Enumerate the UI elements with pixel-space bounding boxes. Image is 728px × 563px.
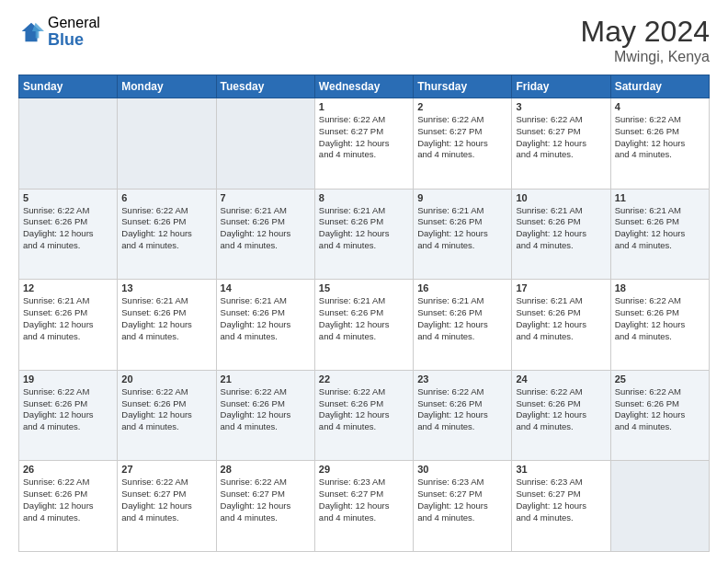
day-info: Sunrise: 6:22 AMSunset: 6:27 PMDaylight:… (319, 114, 409, 161)
day-cell: 16Sunrise: 6:21 AMSunset: 6:26 PMDayligh… (414, 280, 512, 371)
day-number: 23 (417, 373, 507, 385)
day-number: 13 (121, 282, 211, 293)
day-cell: 23Sunrise: 6:22 AMSunset: 6:26 PMDayligh… (414, 370, 512, 461)
day-number: 1 (319, 101, 409, 112)
day-info: Sunrise: 6:22 AMSunset: 6:26 PMDaylight:… (615, 295, 705, 342)
day-info: Sunrise: 6:22 AMSunset: 6:26 PMDaylight:… (615, 386, 705, 433)
logo: GeneralBlue (18, 15, 100, 49)
day-number: 28 (221, 464, 311, 475)
day-cell: 5Sunrise: 6:22 AMSunset: 6:26 PMDaylight… (19, 189, 118, 280)
day-number: 4 (615, 101, 705, 112)
day-info: Sunrise: 6:22 AMSunset: 6:27 PMDaylight:… (221, 477, 311, 523)
day-number: 9 (417, 192, 507, 203)
day-number: 2 (417, 101, 507, 112)
day-info: Sunrise: 6:22 AMSunset: 6:26 PMDaylight:… (121, 205, 211, 252)
day-number: 22 (319, 373, 409, 385)
day-cell: 15Sunrise: 6:21 AMSunset: 6:26 PMDayligh… (314, 280, 413, 371)
day-number: 20 (121, 373, 211, 385)
day-cell: 31Sunrise: 6:23 AMSunset: 6:27 PMDayligh… (512, 461, 610, 552)
day-cell: 26Sunrise: 6:22 AMSunset: 6:26 PMDayligh… (19, 461, 118, 552)
day-info: Sunrise: 6:23 AMSunset: 6:27 PMDaylight:… (417, 477, 507, 523)
day-number: 27 (121, 464, 211, 475)
day-info: Sunrise: 6:21 AMSunset: 6:26 PMDaylight:… (417, 205, 507, 252)
day-info: Sunrise: 6:21 AMSunset: 6:26 PMDaylight:… (319, 205, 409, 252)
day-info: Sunrise: 6:21 AMSunset: 6:26 PMDaylight:… (23, 295, 113, 342)
day-info: Sunrise: 6:22 AMSunset: 6:26 PMDaylight:… (615, 114, 705, 161)
day-cell: 25Sunrise: 6:22 AMSunset: 6:26 PMDayligh… (610, 370, 709, 461)
page: GeneralBlue May 2024 Mwingi, Kenya Sunda… (0, 0, 728, 563)
day-cell: 8Sunrise: 6:21 AMSunset: 6:26 PMDaylight… (314, 189, 413, 280)
day-number: 7 (221, 192, 311, 203)
day-info: Sunrise: 6:22 AMSunset: 6:26 PMDaylight:… (23, 205, 113, 252)
day-cell: 7Sunrise: 6:21 AMSunset: 6:26 PMDaylight… (216, 189, 314, 280)
day-number: 15 (319, 282, 409, 293)
day-info: Sunrise: 6:21 AMSunset: 6:26 PMDaylight:… (221, 295, 311, 342)
day-cell: 18Sunrise: 6:22 AMSunset: 6:26 PMDayligh… (610, 280, 709, 371)
day-info: Sunrise: 6:22 AMSunset: 6:26 PMDaylight:… (23, 477, 113, 523)
day-cell: 22Sunrise: 6:22 AMSunset: 6:26 PMDayligh… (314, 370, 413, 461)
day-number: 18 (615, 282, 705, 293)
day-cell: 13Sunrise: 6:21 AMSunset: 6:26 PMDayligh… (118, 280, 216, 371)
day-info: Sunrise: 6:21 AMSunset: 6:26 PMDaylight:… (121, 295, 211, 342)
logo-blue: Blue (48, 31, 100, 50)
day-cell: 11Sunrise: 6:21 AMSunset: 6:26 PMDayligh… (610, 189, 709, 280)
day-cell: 21Sunrise: 6:22 AMSunset: 6:26 PMDayligh… (216, 370, 314, 461)
day-cell (118, 98, 216, 190)
day-cell: 30Sunrise: 6:23 AMSunset: 6:27 PMDayligh… (414, 461, 512, 552)
day-cell: 12Sunrise: 6:21 AMSunset: 6:26 PMDayligh… (19, 280, 118, 371)
day-cell: 4Sunrise: 6:22 AMSunset: 6:26 PMDaylight… (610, 98, 709, 190)
day-cell: 20Sunrise: 6:22 AMSunset: 6:26 PMDayligh… (118, 370, 216, 461)
day-number: 8 (319, 192, 409, 203)
title-block: May 2024 Mwingi, Kenya (580, 15, 710, 65)
day-number: 5 (23, 192, 113, 203)
day-info: Sunrise: 6:22 AMSunset: 6:26 PMDaylight:… (516, 386, 606, 433)
day-cell (216, 98, 314, 190)
day-number: 14 (221, 282, 311, 293)
day-info: Sunrise: 6:21 AMSunset: 6:26 PMDaylight:… (615, 205, 705, 252)
day-cell: 6Sunrise: 6:22 AMSunset: 6:26 PMDaylight… (118, 189, 216, 280)
day-cell: 3Sunrise: 6:22 AMSunset: 6:27 PMDaylight… (512, 98, 610, 190)
day-info: Sunrise: 6:22 AMSunset: 6:26 PMDaylight:… (319, 386, 409, 433)
day-info: Sunrise: 6:21 AMSunset: 6:26 PMDaylight:… (516, 295, 606, 342)
day-number: 30 (417, 464, 507, 475)
header-thursday: Thursday (414, 75, 512, 98)
week-row-5: 26Sunrise: 6:22 AMSunset: 6:26 PMDayligh… (19, 461, 710, 552)
day-cell: 2Sunrise: 6:22 AMSunset: 6:27 PMDaylight… (414, 98, 512, 190)
week-row-4: 19Sunrise: 6:22 AMSunset: 6:26 PMDayligh… (19, 370, 710, 461)
day-cell: 14Sunrise: 6:21 AMSunset: 6:26 PMDayligh… (216, 280, 314, 371)
day-number: 12 (23, 282, 113, 293)
header-wednesday: Wednesday (314, 75, 413, 98)
day-number: 3 (516, 101, 606, 112)
day-cell: 1Sunrise: 6:22 AMSunset: 6:27 PMDaylight… (314, 98, 413, 190)
day-number: 10 (516, 192, 606, 203)
logo-general: General (48, 15, 100, 31)
week-row-2: 5Sunrise: 6:22 AMSunset: 6:26 PMDaylight… (19, 189, 710, 280)
day-number: 17 (516, 282, 606, 293)
day-cell: 24Sunrise: 6:22 AMSunset: 6:26 PMDayligh… (512, 370, 610, 461)
day-cell (19, 98, 118, 190)
header-tuesday: Tuesday (216, 75, 314, 98)
month-year: May 2024 (580, 15, 710, 49)
day-cell (610, 461, 709, 552)
day-number: 11 (615, 192, 705, 203)
header-saturday: Saturday (610, 75, 709, 98)
day-info: Sunrise: 6:21 AMSunset: 6:26 PMDaylight:… (417, 295, 507, 342)
day-info: Sunrise: 6:22 AMSunset: 6:26 PMDaylight:… (121, 386, 211, 433)
day-info: Sunrise: 6:22 AMSunset: 6:27 PMDaylight:… (417, 114, 507, 161)
day-cell: 27Sunrise: 6:22 AMSunset: 6:27 PMDayligh… (118, 461, 216, 552)
logo-icon (18, 19, 44, 45)
header-sunday: Sunday (19, 75, 118, 98)
day-number: 25 (615, 373, 705, 385)
logo-text: GeneralBlue (48, 15, 100, 49)
day-cell: 28Sunrise: 6:22 AMSunset: 6:27 PMDayligh… (216, 461, 314, 552)
day-cell: 9Sunrise: 6:21 AMSunset: 6:26 PMDaylight… (414, 189, 512, 280)
day-number: 24 (516, 373, 606, 385)
day-info: Sunrise: 6:22 AMSunset: 6:27 PMDaylight:… (516, 114, 606, 161)
weekday-header-row: Sunday Monday Tuesday Wednesday Thursday… (19, 75, 710, 98)
day-number: 16 (417, 282, 507, 293)
day-number: 21 (221, 373, 311, 385)
day-number: 26 (23, 464, 113, 475)
day-cell: 19Sunrise: 6:22 AMSunset: 6:26 PMDayligh… (19, 370, 118, 461)
location: Mwingi, Kenya (580, 49, 710, 65)
day-info: Sunrise: 6:23 AMSunset: 6:27 PMDaylight:… (516, 477, 606, 523)
